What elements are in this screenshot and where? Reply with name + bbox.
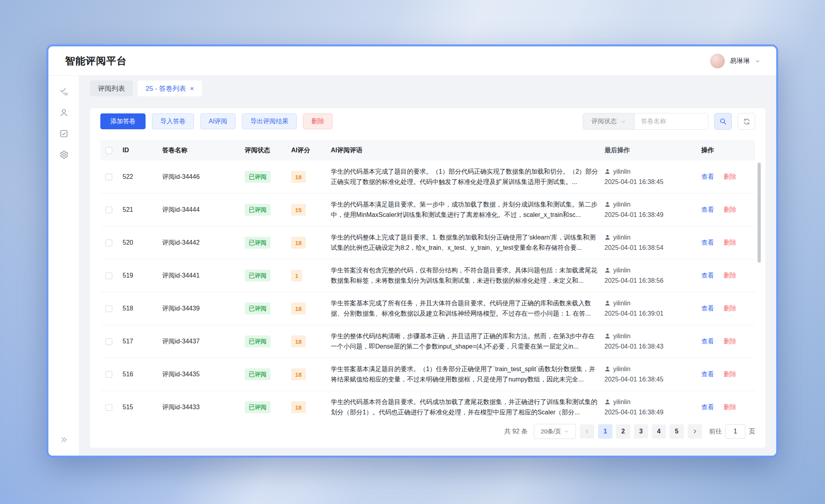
view-link[interactable]: 查看 (701, 371, 714, 378)
sidebar-item-users[interactable] (55, 104, 73, 121)
row-delete-link[interactable]: 删除 (723, 305, 736, 312)
cell-id: 522 (123, 173, 162, 180)
chevron-down-icon (564, 429, 569, 434)
operator-name: yilinlin (613, 265, 631, 276)
row-checkbox[interactable] (106, 272, 112, 279)
sidebar-item-settings[interactable] (55, 146, 73, 163)
page-button-2[interactable]: 2 (616, 424, 630, 439)
import-answer-button[interactable]: 导入答卷 (152, 113, 194, 129)
row-checkbox[interactable] (106, 207, 112, 213)
row-delete-link[interactable]: 删除 (723, 272, 736, 279)
table-scrollbar-thumb[interactable] (758, 163, 761, 263)
total-count: 共 92 条 (504, 427, 528, 436)
row-checkbox[interactable] (106, 404, 112, 411)
page-button-4[interactable]: 4 (652, 424, 666, 439)
row-checkbox[interactable] (106, 371, 112, 378)
view-link[interactable]: 查看 (701, 173, 714, 180)
cell-answer-name: 评阅id-34433 (162, 403, 245, 412)
cell-ai-comment: 学生的代码基本符合题目要求。代码成功加载了鸢尾花数据集，并正确进行了训练集和测试… (331, 397, 604, 417)
delete-button[interactable]: 删除 (303, 113, 332, 129)
operator-name: yilinlin (613, 298, 631, 309)
tab-review-list[interactable]: 评阅列表 (90, 80, 133, 96)
view-link[interactable]: 查看 (701, 239, 714, 246)
view-link[interactable]: 查看 (701, 272, 714, 279)
page-button-3[interactable]: 3 (634, 424, 648, 439)
answer-name-input[interactable] (635, 113, 708, 129)
ai-review-button[interactable]: AI评阅 (200, 113, 236, 129)
cell-actions: 查看 删除 (701, 239, 755, 247)
operation-time: 2025-04-01 16:38:49 (604, 407, 696, 418)
row-delete-link[interactable]: 删除 (723, 206, 736, 213)
row-checkbox[interactable] (106, 240, 112, 246)
cell-answer-name: 评阅id-34439 (162, 305, 245, 313)
row-delete-link[interactable]: 删除 (723, 239, 736, 246)
view-link[interactable]: 查看 (701, 404, 714, 410)
status-select[interactable]: 评阅状态 (583, 113, 635, 129)
cell-id: 515 (123, 404, 162, 411)
next-page-button[interactable] (688, 424, 702, 439)
view-link[interactable]: 查看 (701, 206, 714, 213)
row-delete-link[interactable]: 删除 (723, 338, 736, 345)
cell-last-operation: yilinlin 2025-04-01 16:38:45 (604, 364, 701, 385)
operator-name: yilinlin (613, 397, 631, 407)
cell-ai-comment: 学生的代码基本完成了题目的要求。（1）部分代码正确实现了数据集的加载和切分。（2… (331, 167, 604, 187)
table-header: ID 答卷名称 评阅状态 AI评分 AI评阅评语 最后操作 操作 (100, 140, 755, 161)
page-button-1[interactable]: 1 (598, 424, 612, 439)
goto-page: 前往 页 (709, 424, 755, 439)
tab-answer-list[interactable]: 25 - 答卷列表 × (138, 80, 202, 96)
user-icon (59, 108, 69, 117)
sidebar-collapse-button[interactable] (55, 433, 73, 446)
table-row: 520 评阅id-34442 已评阅 18 学生的代码整体上完成了题目要求。1.… (100, 226, 755, 259)
chevron-double-right-icon (60, 436, 67, 443)
cell-actions: 查看 删除 (701, 370, 755, 379)
score-badge: 18 (291, 335, 306, 347)
page-size-select[interactable]: 20条/页 (534, 424, 576, 439)
cell-ai-comment: 学生的代码整体上完成了题目要求。1. 数据集的加载和划分正确使用了'sklear… (331, 232, 604, 253)
document-check-icon (59, 129, 69, 138)
operator-name: yilinlin (613, 232, 631, 243)
row-delete-link[interactable]: 删除 (723, 404, 736, 410)
row-delete-link[interactable]: 删除 (723, 173, 736, 180)
tab-bar: 评阅列表 25 - 答卷列表 × (90, 80, 766, 96)
refresh-button[interactable] (738, 113, 755, 130)
view-link[interactable]: 查看 (701, 338, 714, 345)
row-checkbox[interactable] (106, 174, 112, 180)
row-delete-link[interactable]: 删除 (723, 371, 736, 378)
add-answer-button[interactable]: 添加答卷 (100, 113, 146, 129)
page-button-5[interactable]: 5 (670, 424, 684, 439)
cell-last-operation: yilinlin 2025-04-01 16:38:45 (604, 167, 701, 188)
cell-actions: 查看 删除 (701, 305, 755, 313)
cell-ai-comment: 学生答案基本完成了所有任务，并且大体符合题目要求。代码使用了正确的库和函数来载入… (331, 298, 604, 318)
select-all-checkbox[interactable] (106, 147, 112, 154)
status-badge: 已评阅 (245, 171, 271, 183)
cell-id: 518 (123, 305, 162, 312)
tab-label: 评阅列表 (98, 84, 125, 93)
goto-page-input[interactable] (725, 424, 745, 439)
view-link[interactable]: 查看 (701, 305, 714, 312)
export-result-button[interactable]: 导出评阅结果 (242, 113, 297, 129)
cell-actions: 查看 删除 (701, 337, 755, 346)
cell-last-operation: yilinlin 2025-04-01 16:38:56 (604, 265, 701, 286)
sidebar-item-documents[interactable] (55, 125, 73, 142)
sidebar-item-review-list[interactable] (55, 83, 73, 100)
search-button[interactable] (714, 113, 732, 130)
chevron-down-icon (621, 119, 626, 124)
cell-ai-comment: 学生答案没有包含完整的代码，仅有部分结构，不符合题目要求。具体问题包括：未加载鸢… (331, 265, 604, 286)
cell-ai-comment: 学生的代码基本满足题目要求。第一步中，成功加载了数据，并划分成训练集和测试集。第… (331, 199, 604, 220)
row-checkbox[interactable] (106, 338, 112, 345)
user-menu[interactable]: 易琳琳 (710, 54, 760, 69)
filter-combo: 评阅状态 (583, 113, 708, 130)
column-header-comment: AI评阅评语 (331, 145, 604, 155)
cell-last-operation: yilinlin 2025-04-01 16:38:43 (604, 331, 701, 352)
row-checkbox[interactable] (106, 305, 112, 312)
tab-close-icon[interactable]: × (190, 85, 194, 92)
status-select-value: 评阅状态 (591, 117, 617, 126)
person-icon (604, 234, 610, 240)
prev-page-button[interactable] (580, 424, 594, 439)
cell-actions: 查看 删除 (701, 173, 755, 181)
cell-id: 519 (123, 272, 162, 279)
operation-time: 2025-04-01 16:38:54 (604, 243, 696, 253)
cell-actions: 查看 删除 (701, 272, 755, 280)
page-size-value: 20条/页 (541, 428, 561, 435)
chevron-right-icon (692, 429, 698, 434)
